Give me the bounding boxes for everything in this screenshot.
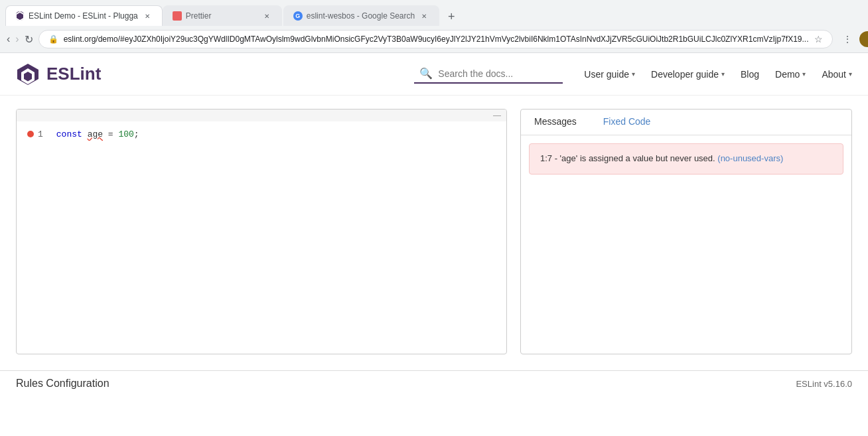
bottom-bar: Rules Configuration ESLint v5.16.0: [0, 370, 868, 396]
address-bar: ‹ › ↻ 🔒 eslint.org/demo/#eyJ0ZXh0IjoiY29…: [0, 26, 868, 52]
tab-eslint-demo[interactable]: ESLint Demo - ESLint - Plugga ✕: [5, 5, 163, 26]
tab-fixed-code[interactable]: Fixed Code: [590, 109, 664, 135]
nav-demo-label: Demo: [775, 69, 800, 80]
line-number-1: 1: [38, 129, 43, 139]
nav-demo[interactable]: Demo ▾: [775, 69, 806, 80]
tab-close-google[interactable]: ✕: [419, 11, 429, 21]
tab-prettier[interactable]: Prettier ✕: [163, 5, 282, 26]
nav-user-guide[interactable]: User guide ▾: [584, 69, 635, 80]
tab-favicon-google: G: [293, 11, 303, 21]
lock-icon: 🔒: [48, 35, 58, 44]
error-message-1: 1:7 - 'age' is assigned a value but neve…: [529, 143, 843, 175]
error-location: 1:7 - 'age' is assigned a value but neve…: [540, 153, 717, 163]
svg-marker-1: [17, 14, 23, 20]
back-button[interactable]: ‹: [7, 30, 10, 48]
developer-guide-dropdown-arrow: ▾: [721, 70, 725, 78]
tab-favicon-eslint: [15, 11, 25, 21]
editor-panel[interactable]: — 1 const age = 100: [16, 109, 507, 354]
code-number-100: 100: [118, 129, 133, 139]
tabs-and-panels: — 1 const age = 100: [16, 109, 852, 354]
code-area[interactable]: const age = 100 ;: [51, 127, 506, 342]
search-input[interactable]: [438, 68, 557, 79]
extensions-icon[interactable]: ⋮: [838, 30, 857, 48]
error-indicator-dot: [27, 131, 34, 137]
panel-tabs: Messages Fixed Code: [521, 109, 851, 135]
user-avatar[interactable]: [859, 31, 869, 47]
tab-title-eslint: ESLint Demo - ESLint - Plugga: [29, 11, 138, 21]
eslint-version: ESLint v5.16.0: [796, 379, 852, 389]
tab-favicon-prettier: [173, 11, 182, 21]
nav-about-label: About: [822, 69, 846, 80]
logo[interactable]: ESLint: [16, 62, 101, 86]
line-1-gutter: 1: [27, 127, 43, 141]
logo-icon: [16, 62, 40, 86]
line-numbers: 1: [17, 127, 51, 342]
nav-about[interactable]: About ▾: [822, 69, 852, 80]
main-content: — 1 const age = 100: [0, 96, 868, 368]
nav-links: User guide ▾ Developer guide ▾ Blog Demo…: [584, 69, 852, 80]
browser-chrome: ESLint Demo - ESLint - Plugga ✕ Prettier…: [0, 0, 868, 53]
code-operator-equals: =: [103, 129, 118, 139]
search-box[interactable]: 🔍: [414, 64, 563, 84]
demo-dropdown-arrow: ▾: [802, 70, 806, 78]
tab-title-prettier: Prettier: [186, 11, 257, 21]
tab-bar: ESLint Demo - ESLint - Plugga ✕ Prettier…: [0, 0, 868, 26]
user-guide-dropdown-arrow: ▾: [632, 70, 635, 78]
about-dropdown-arrow: ▾: [849, 70, 852, 78]
site-nav: ESLint 🔍 User guide ▾ Developer guide ▾ …: [0, 53, 868, 96]
code-variable-age: age: [88, 129, 103, 139]
nav-developer-guide-label: Developer guide: [651, 69, 719, 80]
refresh-button[interactable]: ↻: [25, 30, 33, 48]
bookmark-icon[interactable]: ☆: [814, 34, 823, 44]
tab-close-eslint[interactable]: ✕: [142, 11, 153, 21]
messages-panel: Messages Fixed Code 1:7 - 'age' is assig…: [520, 109, 852, 354]
url-text: eslint.org/demo/#eyJ0ZXh0IjoiY29uc3QgYWd…: [64, 35, 809, 44]
messages-body: 1:7 - 'age' is assigned a value but neve…: [521, 135, 851, 182]
code-line-1: const age = 100 ;: [56, 127, 501, 141]
search-icon: 🔍: [419, 67, 433, 80]
code-semicolon: ;: [134, 129, 139, 139]
tab-close-prettier[interactable]: ✕: [261, 11, 272, 21]
code-keyword-const: const: [56, 129, 88, 139]
url-bar[interactable]: 🔒 eslint.org/demo/#eyJ0ZXh0IjoiY29uc3QgY…: [38, 30, 833, 48]
error-rule-link[interactable]: (no-unused-vars): [717, 153, 783, 163]
tab-google[interactable]: G eslint-wesbos - Google Search ✕: [283, 5, 439, 26]
rules-config-label: Rules Configuration: [16, 378, 109, 390]
page: ESLint 🔍 User guide ▾ Developer guide ▾ …: [0, 53, 868, 396]
nav-blog-label: Blog: [741, 69, 759, 80]
tab-messages[interactable]: Messages: [521, 109, 590, 135]
nav-user-guide-label: User guide: [584, 69, 629, 80]
toolbar-icons: ⋮ ⋮: [838, 30, 869, 48]
editor-header: —: [17, 109, 506, 121]
nav-blog[interactable]: Blog: [741, 69, 759, 80]
forward-button[interactable]: ›: [15, 30, 19, 48]
logo-text: ESLint: [46, 64, 101, 84]
tab-title-google: eslint-wesbos - Google Search: [307, 11, 415, 21]
editor-minimize-icon[interactable]: —: [493, 111, 501, 120]
new-tab-button[interactable]: +: [442, 7, 461, 26]
editor-body: 1 const age = 100 ;: [17, 121, 506, 347]
nav-developer-guide[interactable]: Developer guide ▾: [651, 69, 725, 80]
